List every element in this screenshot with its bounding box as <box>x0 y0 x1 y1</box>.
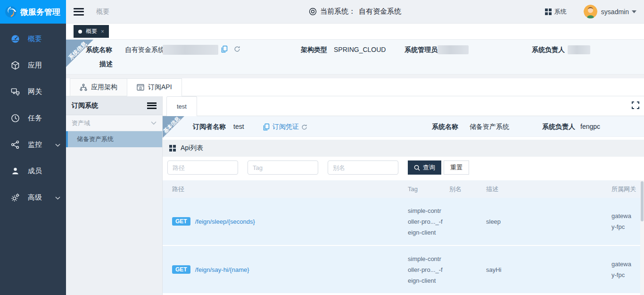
subscriber-tabbar: test <box>163 96 644 116</box>
member-icon <box>11 167 20 176</box>
monitor-share-icon <box>11 140 20 149</box>
desc-cell: sleep <box>486 218 611 225</box>
sidebar-item-overview[interactable]: 概要 <box>0 25 66 52</box>
api-path-link[interactable]: /feign/sleep/{seconds} <box>195 218 255 225</box>
filter-input-path[interactable] <box>167 160 238 175</box>
method-badge: GET <box>172 265 190 274</box>
tab-test[interactable]: test <box>166 96 197 116</box>
search-button[interactable]: 查询 <box>408 160 441 175</box>
brand-title: 微服务管理 <box>20 7 60 17</box>
refresh-icon[interactable] <box>301 124 307 130</box>
sidebar-item-label: 网关 <box>28 87 42 96</box>
gateway-cell: gateway-fpc <box>611 259 638 280</box>
column-header: Tag <box>408 185 449 193</box>
column-header: 描述 <box>486 185 611 194</box>
avatar[interactable] <box>584 5 597 18</box>
filter-bar: 查询 重置 <box>163 157 644 178</box>
section-grid-icon <box>169 145 176 152</box>
user-menu-button[interactable]: sysadmin <box>601 8 636 16</box>
advanced-gear-icon <box>11 193 20 202</box>
main-column: 概要 当前系统： 自有资金系统 系统 <box>66 0 644 295</box>
copy-icon <box>263 123 270 131</box>
tree-items: 储备资产系统 <box>66 131 162 147</box>
eye-target-icon <box>309 8 317 16</box>
credential-link[interactable]: 订阅凭证 <box>263 123 307 131</box>
gateway-icon <box>11 87 20 96</box>
tab-test-label: test <box>177 103 187 110</box>
app-cube-icon <box>11 61 20 70</box>
fullscreen-icon[interactable] <box>632 101 639 111</box>
tree-group-domain[interactable]: 资产域 <box>66 115 162 131</box>
tag-label: 概要 <box>86 27 97 35</box>
topbar: 概要 当前系统： 自有资金系统 系统 <box>66 0 644 24</box>
table-scrollbar[interactable] <box>640 180 644 295</box>
close-icon[interactable]: × <box>101 29 104 34</box>
filter-inputs <box>167 160 408 175</box>
sidebar-item-gateway[interactable]: 网关 <box>0 78 66 105</box>
subscriber-name-value: test <box>233 123 244 130</box>
module-tab-app-arch[interactable]: 应用架构 <box>70 78 127 96</box>
detail-owner-label: 系统负责人 <box>542 123 575 131</box>
chevron-down-icon <box>55 194 60 202</box>
sidebar-item-label: 高级 <box>28 193 42 202</box>
sidebar-item-tasks[interactable]: 任务 <box>0 105 66 131</box>
tag-cell: simple-controller-pro..._-feign-client <box>408 253 449 286</box>
filter-input-alias[interactable] <box>328 160 398 175</box>
column-header: 路径 <box>172 185 408 194</box>
sidebar-menu: 概要应用网关任务监控成员高级 <box>0 24 66 211</box>
breadcrumb: 概要 <box>96 8 109 16</box>
basic-info-ribbon: 基本信息 <box>163 116 184 138</box>
module-tab-sub-api[interactable]: 订阅API <box>127 78 182 96</box>
panel-collapse-icon[interactable] <box>147 102 157 109</box>
filter-input-tag[interactable] <box>248 160 318 175</box>
sidebar: 微服务管理 概要应用网关任务监控成员高级 <box>0 0 66 295</box>
subscriber-name-label: 订阅者名称 <box>193 123 226 131</box>
api-list-title: Api列表 <box>181 144 203 152</box>
apps-menu-label: 系统 <box>554 8 567 16</box>
current-system: 当前系统： 自有资金系统 <box>309 7 401 16</box>
brand-logo[interactable]: 微服务管理 <box>0 0 66 24</box>
column-header: 别名 <box>449 185 486 194</box>
table-row[interactable]: GET /feign/say-hi/{name} simple-controll… <box>163 246 644 294</box>
brand-swirl-icon <box>5 6 17 18</box>
api-path-link[interactable]: /feign/say-hi/{name} <box>195 266 249 273</box>
copy-icon[interactable] <box>221 45 228 54</box>
redacted-system-name <box>163 45 218 55</box>
api-list-header: Api列表 <box>163 140 644 157</box>
table-header: 路径Tag别名描述所属网关 <box>163 180 644 198</box>
table-body: GET /feign/sleep/{seconds} simple-contro… <box>163 198 644 294</box>
content: test 基本信息 订阅者名称 test <box>163 96 644 295</box>
system-admin-label: 系统管理员 <box>405 46 438 54</box>
scrollbar-thumb[interactable] <box>641 181 644 221</box>
tree-item-system[interactable]: 储备资产系统 <box>66 131 162 147</box>
sidebar-toggle-icon[interactable] <box>74 8 84 16</box>
detail-system-value: 储备资产系统 <box>470 123 509 131</box>
apps-menu-button[interactable]: 系统 <box>545 8 567 16</box>
redacted-system-owner <box>568 45 590 54</box>
grid-icon <box>545 8 552 15</box>
sidebar-item-label: 监控 <box>28 140 42 149</box>
current-system-value: 自有资金系统 <box>359 7 401 16</box>
sidebar-item-label: 应用 <box>28 61 42 70</box>
subscribe-panel-title: 订阅系统 <box>72 101 98 110</box>
reset-button[interactable]: 重置 <box>444 160 469 175</box>
sitemap-icon <box>80 84 87 91</box>
sidebar-item-label: 概要 <box>28 34 42 43</box>
module-tab-label: 应用架构 <box>91 83 117 92</box>
module-tabs: 应用架构订阅API <box>66 78 644 96</box>
table-row[interactable]: GET /feign/sleep/{seconds} simple-contro… <box>163 198 644 246</box>
api-table: 路径Tag别名描述所属网关 GET /feign/sleep/{seconds}… <box>163 180 644 295</box>
subscribe-panel-header: 订阅系统 <box>66 96 162 115</box>
tags-bar: 概要 × <box>66 24 644 40</box>
chevron-down-icon <box>55 141 60 149</box>
refresh-icon[interactable] <box>234 46 240 54</box>
sidebar-item-monitor[interactable]: 监控 <box>0 131 66 158</box>
system-info-banner: 系统信息 系统名称 自有资金系统 架构类型 SPRING_CLOUD 系统管理员… <box>66 40 644 75</box>
sidebar-item-members[interactable]: 成员 <box>0 158 66 184</box>
sidebar-item-advanced[interactable]: 高级 <box>0 184 66 211</box>
detail-owner-value: fengpc <box>580 123 600 130</box>
desc-label: 描述 <box>99 60 113 68</box>
sidebar-item-apps[interactable]: 应用 <box>0 52 66 78</box>
caret-down-icon <box>632 10 636 13</box>
tag-overview[interactable]: 概要 × <box>74 25 109 38</box>
